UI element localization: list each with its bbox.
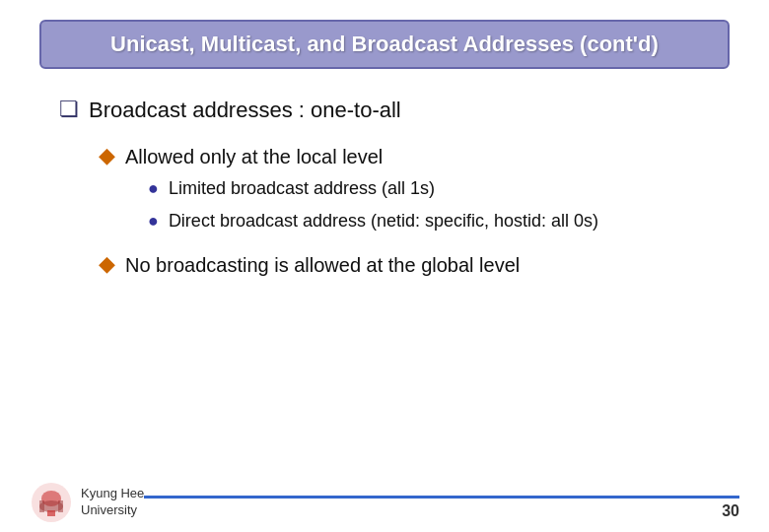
svg-rect-5 xyxy=(58,500,63,512)
title-box: Unicast, Multicast, and Broadcast Addres… xyxy=(39,20,730,69)
page-number: 30 xyxy=(722,502,739,520)
slide-content: ❏ Broadcast addresses : one-to-all ◆ All… xyxy=(39,97,730,279)
level2-text-1: Allowed only at the local level xyxy=(125,143,383,170)
university-name: Kyung Hee University xyxy=(81,486,144,519)
level3-text-1: Limited broadcast address (all 1s) xyxy=(169,176,435,201)
level2-group-2: ◆ No broadcasting is allowed at the glob… xyxy=(59,251,730,279)
list-item-level3-2: ● Direct broadcast address (netid: speci… xyxy=(148,209,730,233)
slide: Unicast, Multicast, and Broadcast Addres… xyxy=(0,0,769,532)
list-item-level2-1: ◆ Allowed only at the local level xyxy=(99,143,730,170)
footer: Kyung Hee University 30 xyxy=(0,481,769,532)
level2-group-1: ◆ Allowed only at the local level ● Limi… xyxy=(59,143,730,233)
svg-rect-4 xyxy=(39,500,44,512)
level1-text: Broadcast addresses : one-to-all xyxy=(89,97,401,125)
bullet-icon-l2-2: ◆ xyxy=(99,253,115,275)
footer-logo-area: Kyung Hee University xyxy=(30,481,144,524)
list-item-level3-1: ● Limited broadcast address (all 1s) xyxy=(148,176,730,201)
bullet-icon-l2-1: ◆ xyxy=(99,145,115,166)
level2-text-2: No broadcasting is allowed at the global… xyxy=(125,251,520,279)
slide-title: Unicast, Multicast, and Broadcast Addres… xyxy=(110,32,659,56)
bullet-icon-l1: ❏ xyxy=(59,99,79,120)
list-item-level1: ❏ Broadcast addresses : one-to-all xyxy=(59,97,730,125)
footer-line-area: 30 xyxy=(144,496,739,524)
university-logo-icon xyxy=(30,481,73,524)
bullet-icon-l3-2: ● xyxy=(148,212,159,230)
level3-text-2: Direct broadcast address (netid: specifi… xyxy=(169,209,598,233)
list-item-level2-2: ◆ No broadcasting is allowed at the glob… xyxy=(99,251,730,279)
footer-divider xyxy=(144,496,739,499)
level3-group: ● Limited broadcast address (all 1s) ● D… xyxy=(99,176,730,233)
svg-rect-3 xyxy=(47,510,55,516)
bullet-icon-l3-1: ● xyxy=(148,179,159,197)
